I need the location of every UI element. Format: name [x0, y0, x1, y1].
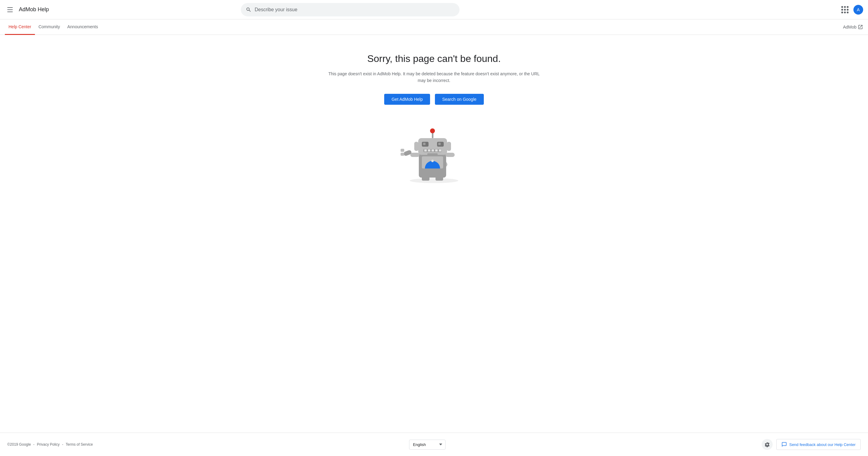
svg-rect-13	[438, 143, 441, 145]
svg-rect-27	[401, 149, 404, 152]
footer: ©2019 Google - Privacy Policy - Terms of…	[0, 433, 868, 456]
privacy-policy-link[interactable]: Privacy Policy	[37, 442, 60, 447]
footer-left: ©2019 Google - Privacy Policy - Terms of…	[7, 442, 93, 447]
footer-center: English	[409, 439, 445, 450]
tab-announcements[interactable]: Announcements	[64, 20, 102, 35]
svg-rect-29	[445, 153, 455, 157]
nav-tabs-right: AdMob	[843, 24, 863, 30]
svg-point-0	[410, 178, 458, 183]
admob-link[interactable]: AdMob	[843, 24, 863, 30]
separator-1: -	[33, 442, 35, 447]
svg-point-6	[431, 160, 434, 162]
svg-rect-8	[436, 176, 443, 181]
robot-svg	[392, 117, 476, 184]
svg-rect-28	[401, 153, 404, 156]
main-content: Sorry, this page can't be found. This pa…	[0, 35, 868, 433]
logo-text: AdMob Help	[19, 6, 49, 13]
svg-rect-25	[410, 153, 420, 157]
get-admob-help-button[interactable]: Get AdMob Help	[384, 94, 430, 105]
header: AdMob Help A	[0, 0, 868, 20]
menu-icon[interactable]	[5, 5, 15, 14]
svg-rect-16	[428, 150, 430, 152]
external-link-icon	[858, 24, 863, 30]
search-on-google-button[interactable]: Search on Google	[435, 94, 484, 105]
feedback-label: Send feedback about our Help Center	[789, 442, 856, 447]
error-title: Sorry, this page can't be found.	[367, 53, 501, 64]
tab-help-center[interactable]: Help Center	[5, 20, 35, 35]
search-input-wrapper	[241, 3, 460, 17]
terms-of-service-link[interactable]: Terms of Service	[66, 442, 93, 447]
robot-illustration	[392, 117, 476, 184]
apps-icon[interactable]	[839, 4, 851, 16]
feedback-button[interactable]: Send feedback about our Help Center	[776, 439, 861, 450]
admob-link-label: AdMob	[843, 25, 857, 29]
avatar[interactable]: A	[854, 5, 863, 14]
svg-rect-12	[423, 143, 426, 145]
separator-2: -	[62, 442, 63, 447]
svg-point-22	[430, 128, 435, 133]
svg-rect-19	[439, 150, 441, 152]
svg-rect-20	[427, 153, 438, 156]
nav-tabs: Help Center Community Announcements AdMo…	[0, 20, 868, 35]
button-group: Get AdMob Help Search on Google	[384, 94, 484, 105]
svg-rect-17	[432, 150, 434, 152]
search-input[interactable]	[255, 7, 455, 12]
feedback-icon	[781, 442, 787, 447]
footer-right: Send feedback about our Help Center	[762, 439, 861, 450]
search-bar	[241, 3, 460, 17]
header-left: AdMob Help	[5, 5, 49, 14]
header-right: A	[839, 4, 863, 16]
dark-mode-button[interactable]	[762, 439, 773, 450]
copyright: ©2019 Google	[7, 442, 31, 447]
tab-community[interactable]: Community	[35, 20, 64, 35]
language-select[interactable]: English	[409, 439, 445, 450]
settings-icon	[765, 442, 770, 447]
svg-rect-24	[447, 142, 451, 151]
nav-tabs-left: Help Center Community Announcements	[5, 20, 102, 35]
svg-rect-7	[422, 176, 429, 181]
search-icon	[246, 7, 251, 13]
svg-rect-18	[435, 150, 438, 152]
svg-rect-23	[414, 142, 418, 151]
error-description: This page doesn't exist in AdMob Help. I…	[328, 70, 540, 84]
svg-rect-15	[424, 150, 427, 152]
